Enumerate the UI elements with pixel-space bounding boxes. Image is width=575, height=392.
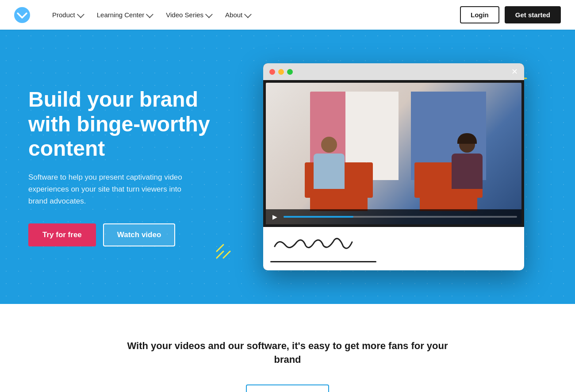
browser-mockup: ✕ (263, 63, 524, 270)
hero-content: Build your brand with binge-worthy conte… (28, 87, 241, 246)
watch-video-button[interactable]: Watch video (103, 223, 176, 246)
channel-signature (270, 233, 517, 258)
hero-title: Build your brand with binge-worthy conte… (28, 87, 241, 161)
browser-dot-minimize (278, 69, 284, 75)
person-right-body (452, 154, 483, 189)
nav-item-video-series[interactable]: Video Series (160, 8, 217, 22)
learn-more-button[interactable]: Learn more (246, 384, 329, 392)
video-progress-bar[interactable] (284, 216, 517, 218)
nav-item-about[interactable]: About (219, 8, 256, 22)
chevron-down-icon (77, 11, 84, 18)
hero-buttons: Try for free Watch video (28, 223, 241, 246)
person-left-head (321, 137, 337, 153)
chevron-down-icon (205, 11, 213, 18)
hero-subtitle: Software to help you present captivating… (28, 171, 196, 208)
chevron-down-icon (244, 11, 252, 18)
svg-line-10 (223, 251, 230, 258)
chevron-down-icon (146, 11, 153, 18)
login-button[interactable]: Login (460, 6, 499, 23)
person-right (452, 137, 483, 189)
signature-underline (270, 261, 376, 262)
svg-point-0 (14, 7, 30, 23)
nav-actions: Login Get started (460, 6, 561, 23)
nav-links: Product Learning Center Video Series Abo… (46, 8, 460, 22)
browser-content: ▶ (263, 80, 524, 227)
section-tagline: With your videos and our software, it's … (119, 339, 456, 367)
video-progress-fill (284, 216, 353, 218)
play-icon[interactable]: ▶ (270, 212, 279, 221)
navbar: Product Learning Center Video Series Abo… (0, 0, 575, 30)
browser-dot-close (269, 69, 275, 75)
hero-visual: ✕ (241, 63, 547, 270)
browser-footer (263, 227, 524, 270)
video-player-bar: ▶ (266, 209, 521, 224)
browser-dot-maximize (287, 69, 293, 75)
logo[interactable] (14, 7, 30, 23)
svg-line-11 (217, 251, 223, 258)
person-left-body (314, 154, 345, 189)
browser-titlebar: ✕ (263, 63, 524, 80)
close-icon[interactable]: ✕ (511, 68, 518, 76)
nav-item-product[interactable]: Product (46, 8, 89, 22)
try-for-free-button[interactable]: Try for free (28, 223, 96, 246)
getstarted-button[interactable]: Get started (505, 6, 561, 23)
nav-item-learning[interactable]: Learning Center (91, 8, 158, 22)
person-left (314, 137, 345, 189)
hero-section: Build your brand with binge-worthy conte… (0, 30, 575, 304)
below-section: With your videos and our software, it's … (0, 304, 575, 392)
video-preview: ▶ (266, 83, 521, 224)
